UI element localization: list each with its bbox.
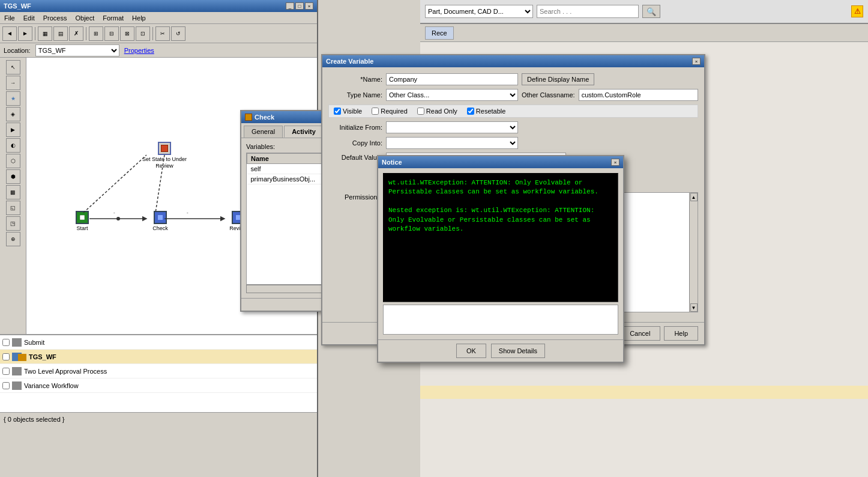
side-btn-2[interactable]: → — [6, 76, 20, 90]
cv-cancel-button[interactable]: Cancel — [619, 326, 660, 341]
init-from-select[interactable] — [386, 121, 518, 133]
variance-label: Variance Workflow — [24, 382, 79, 389]
required-checkbox[interactable] — [372, 108, 379, 115]
toolbar-btn-3[interactable]: ▦ — [38, 26, 52, 41]
copy-into-select[interactable] — [386, 137, 518, 149]
side-btn-7[interactable]: ⬡ — [6, 154, 20, 168]
search-input[interactable] — [537, 5, 639, 18]
list-item-selected[interactable]: TGS_WF — [0, 350, 317, 364]
toolbar-btn-5[interactable]: ✗ — [69, 26, 83, 41]
properties-link[interactable]: Properties — [124, 47, 154, 54]
location-dropdown[interactable]: TGS_WF — [35, 44, 119, 56]
svg-text:-: - — [187, 210, 188, 215]
required-label: Required — [381, 108, 408, 115]
tab-activity[interactable]: Activity — [284, 126, 324, 138]
toolbar-btn-9[interactable]: ⊡ — [136, 26, 150, 41]
checkboxes-row: Visible Required Read Only Resetable — [328, 105, 698, 118]
permissions-scrollbar[interactable]: ▲ ▼ — [689, 193, 698, 312]
maximize-button[interactable]: □ — [295, 2, 304, 10]
side-btn-8[interactable]: ⬢ — [6, 169, 20, 184]
warning-icon: ⚠ — [851, 5, 863, 17]
menu-edit[interactable]: Edit — [22, 14, 37, 22]
menu-help[interactable]: Help — [130, 14, 148, 22]
side-btn-6[interactable]: ◐ — [6, 138, 20, 153]
location-bar: Location: TGS_WF Properties — [0, 43, 317, 58]
search-type-dropdown[interactable]: Part, Document, CAD D... — [425, 5, 533, 18]
notice-ok-button[interactable]: OK — [456, 344, 486, 358]
window-controls: _ □ × — [286, 2, 313, 10]
rece-button[interactable]: Rece — [425, 26, 454, 40]
cv-help-button[interactable]: Help — [664, 326, 698, 341]
side-btn-4[interactable]: ◈ — [6, 107, 20, 121]
submit-checkbox[interactable] — [2, 339, 10, 346]
cv-titlebar: Create Variable × — [322, 55, 704, 67]
permissions-label: Permissions: — [328, 193, 382, 201]
toolbar-btn-4[interactable]: ▤ — [53, 26, 68, 41]
side-btn-3[interactable]: ★ — [6, 91, 20, 106]
check-dialog-title: Check — [255, 114, 274, 121]
svg-text:-: - — [113, 210, 115, 215]
visible-label: Visible — [343, 108, 362, 115]
variance-checkbox[interactable] — [2, 382, 10, 389]
name-label: *Name: — [328, 76, 382, 83]
toolbar-btn-10[interactable]: ✂ — [155, 26, 170, 41]
menubar: File Edit Process Object Format Help — [0, 12, 317, 24]
minimize-button[interactable]: _ — [286, 2, 294, 10]
tgs-wf-title: TGS_WF — [4, 2, 31, 10]
side-btn-12[interactable]: ⊕ — [6, 232, 20, 246]
menu-file[interactable]: File — [2, 14, 17, 22]
name-input[interactable] — [386, 73, 518, 85]
workflow-list: Submit TGS_WF Two Level Approval Process… — [0, 334, 317, 412]
tab-general[interactable]: General — [244, 126, 283, 138]
other-classname-label: Other Classname: — [522, 91, 575, 99]
status-bar: { 0 objects selected } — [0, 412, 317, 425]
visible-checkbox[interactable] — [334, 108, 341, 115]
list-item[interactable]: Variance Workflow — [0, 378, 317, 393]
menu-process[interactable]: Process — [41, 14, 69, 22]
check-label: Check — [145, 225, 175, 231]
side-btn-9[interactable]: ▩ — [6, 185, 20, 199]
toolbar-btn-2[interactable]: ► — [18, 26, 32, 41]
start-node[interactable]: Start — [67, 211, 97, 231]
define-display-name-button[interactable]: Define Display Name — [522, 73, 594, 85]
menu-format[interactable]: Format — [101, 14, 125, 22]
toolbar-btn-1[interactable]: ◄ — [2, 26, 17, 41]
toolbar-btn-11[interactable]: ↺ — [171, 26, 185, 41]
notice-content: wt.util.WTException: ATTENTION: Only Evo… — [378, 168, 623, 339]
side-btn-5[interactable]: ▶ — [6, 123, 20, 137]
highlight-row — [420, 386, 868, 399]
search-button[interactable]: 🔍 — [642, 5, 660, 18]
type-name-select[interactable]: Other Class... — [386, 89, 518, 101]
list-item[interactable]: Submit — [0, 335, 317, 350]
menu-object[interactable]: Object — [73, 14, 96, 22]
other-classname-input[interactable] — [579, 89, 698, 101]
toolbar-btn-6[interactable]: ⊞ — [89, 26, 103, 41]
twolevel-label: Two Level Approval Process — [24, 368, 107, 375]
tgs-wf-titlebar: TGS_WF _ □ × — [0, 0, 317, 12]
read-only-checkbox[interactable] — [417, 108, 424, 115]
toolbar-btn-7[interactable]: ⊟ — [104, 26, 119, 41]
resetable-checkbox[interactable] — [467, 108, 474, 115]
side-btn-11[interactable]: ◳ — [6, 216, 20, 231]
location-label: Location: — [4, 47, 31, 54]
notice-close-button[interactable]: × — [611, 159, 619, 166]
notice-show-details-button[interactable]: Show Details — [491, 344, 545, 358]
toolbar-btn-8[interactable]: ⊠ — [120, 26, 134, 41]
notice-titlebar: Notice × — [378, 156, 623, 168]
start-label: Start — [67, 225, 97, 231]
toolbar: ◄ ► ▦ ▤ ✗ ⊞ ⊟ ⊠ ⊡ ✂ ↺ — [0, 24, 317, 43]
tgswf-checkbox[interactable] — [2, 353, 10, 360]
svg-point-4 — [116, 217, 120, 220]
list-item[interactable]: Two Level Approval Process — [0, 364, 317, 378]
side-btn-1[interactable]: ↖ — [6, 60, 20, 74]
submit-label: Submit — [24, 339, 44, 346]
set-state-node[interactable]: Set State to Under Review — [137, 142, 191, 169]
check-node[interactable]: Check — [145, 211, 175, 231]
resetable-label: Resetable — [476, 108, 506, 115]
set-state-label: Set State to Under Review — [137, 156, 191, 169]
cv-close-button[interactable]: × — [692, 58, 701, 65]
close-button[interactable]: × — [305, 2, 313, 10]
notice-title: Notice — [382, 159, 402, 166]
twolevel-checkbox[interactable] — [2, 368, 10, 375]
side-btn-10[interactable]: ◱ — [6, 201, 20, 215]
